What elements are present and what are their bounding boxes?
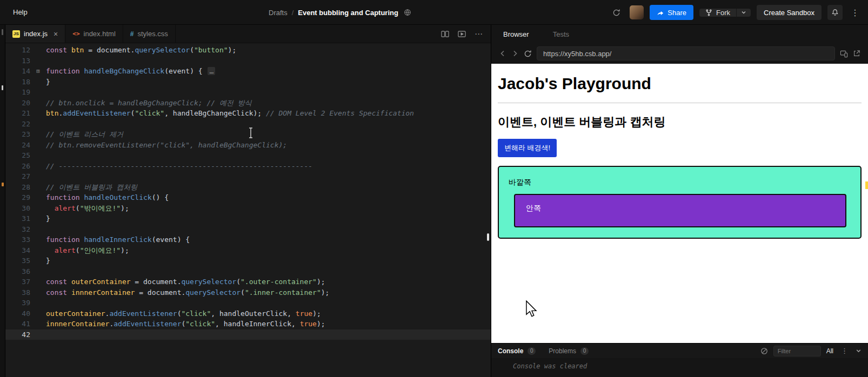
line-number[interactable]: 13 [5, 56, 30, 66]
forward-icon[interactable] [511, 50, 519, 57]
pane-resize-handle[interactable] [487, 233, 489, 241]
editor-more-icon[interactable]: ⋯ [475, 29, 483, 39]
close-tab-icon[interactable]: × [54, 30, 58, 38]
line-number[interactable]: 25 [5, 150, 30, 161]
clear-console-icon[interactable] [760, 347, 768, 355]
code-text[interactable]: function handleOuterClick() { [46, 192, 491, 203]
code-line[interactable]: 36 [5, 266, 491, 277]
code-text[interactable]: alert("안이에요!"); [46, 245, 491, 256]
code-line[interactable]: 38const innnerContainer = document.query… [5, 287, 491, 298]
outer-container[interactable]: 바깥쪽 안쪽 [498, 166, 862, 239]
line-number[interactable]: 27 [5, 171, 30, 182]
code-line[interactable]: 42 [5, 329, 491, 340]
code-line[interactable]: 41innnerContainer.addEventListener("clic… [5, 319, 491, 329]
line-number[interactable]: 33 [5, 234, 30, 245]
create-sandbox-button[interactable]: Create Sandbox [757, 5, 822, 20]
line-number[interactable]: 35 [5, 255, 30, 266]
code-text[interactable]: const outerContainer = document.querySel… [46, 277, 491, 287]
code-line[interactable]: 19 [5, 87, 491, 98]
code-line[interactable]: 13 [5, 56, 491, 66]
collapsed-sidebar-strip[interactable] [0, 25, 5, 377]
sync-icon[interactable] [609, 5, 624, 20]
code-text[interactable] [46, 224, 491, 235]
code-text[interactable]: // -------------------------------------… [46, 161, 491, 172]
code-line[interactable]: 29function handleOuterClick() { [5, 192, 491, 203]
code-line[interactable]: 31} [5, 213, 491, 224]
code-text[interactable]: // btn.onclick = handleBgChangeClick; //… [46, 98, 491, 109]
line-number[interactable]: 41 [5, 319, 30, 329]
line-number[interactable]: 37 [5, 277, 30, 287]
tab-index-html[interactable]: <> index.html [65, 25, 123, 43]
code-line[interactable]: 37const outerContainer = document.queryS… [5, 277, 491, 287]
line-number[interactable]: 18 [5, 77, 30, 87]
code-text[interactable] [46, 56, 491, 66]
line-number[interactable]: 23 [5, 129, 30, 140]
code-line[interactable]: 40outerContainer.addEventListener("click… [5, 308, 491, 319]
console-options-icon[interactable]: ⋮ [839, 347, 850, 355]
line-number[interactable]: 30 [5, 203, 30, 214]
code-area[interactable]: 12const btn = document.querySelector("bu… [5, 43, 491, 377]
code-line[interactable]: 21btn.addEventListener("click", handleBg… [5, 108, 491, 119]
code-text[interactable] [46, 171, 491, 182]
code-line[interactable]: 18} [5, 77, 491, 87]
fork-button[interactable]: Fork [699, 9, 736, 17]
code-text[interactable]: } [46, 213, 491, 224]
code-text[interactable]: } [46, 77, 491, 87]
line-number[interactable]: 20 [5, 98, 30, 109]
code-text[interactable] [46, 266, 491, 277]
change-bg-button[interactable]: 변해라 배경색! [498, 139, 557, 157]
notifications-button[interactable] [827, 5, 843, 20]
back-icon[interactable] [499, 50, 506, 57]
code-text[interactable] [46, 329, 491, 340]
fork-options-chevron[interactable] [736, 9, 751, 17]
line-number[interactable]: 21 [5, 108, 30, 119]
code-text[interactable]: // 이벤트 리스너 제거 [46, 129, 491, 140]
code-text[interactable]: function handleInnerClick(event) { [46, 234, 491, 245]
line-number[interactable]: 39 [5, 298, 30, 308]
line-number[interactable]: 40 [5, 308, 30, 319]
inner-container[interactable]: 안쪽 [514, 194, 846, 227]
code-line[interactable]: 33function handleInnerClick(event) { [5, 234, 491, 245]
split-view-icon[interactable] [441, 30, 449, 38]
line-number[interactable]: 26 [5, 161, 30, 172]
code-text[interactable]: // btn.removeEventListener("click", hand… [46, 140, 491, 151]
code-line[interactable]: 28// 이벤트 버블링과 캡처링 [5, 182, 491, 193]
code-text[interactable]: function handleBgChangeClick(event) { … [46, 66, 491, 77]
console-filter-input[interactable] [773, 346, 821, 356]
problems-tab[interactable]: Problems [549, 347, 576, 355]
line-number[interactable]: 42 [5, 329, 30, 340]
line-number[interactable]: 14 [5, 66, 30, 77]
url-input[interactable] [537, 46, 835, 60]
line-number[interactable]: 24 [5, 140, 30, 151]
code-text[interactable] [46, 298, 491, 308]
line-number[interactable]: 29 [5, 192, 30, 203]
code-line[interactable]: 24// btn.removeEventListener("click", ha… [5, 140, 491, 151]
line-number[interactable]: 31 [5, 213, 30, 224]
line-number[interactable]: 38 [5, 287, 30, 298]
code-text[interactable]: } [46, 255, 491, 266]
code-line[interactable]: 34 alert("안이에요!"); [5, 245, 491, 256]
open-external-icon[interactable] [853, 50, 860, 57]
sandbox-title[interactable]: Event bubbling and Capturing [298, 9, 398, 17]
code-line[interactable]: 25 [5, 150, 491, 161]
tab-tests[interactable]: Tests [553, 30, 569, 38]
tab-index-js[interactable]: JS index.js × [5, 25, 65, 43]
line-number[interactable]: 32 [5, 224, 30, 235]
code-text[interactable]: const innnerContainer = document.querySe… [46, 287, 491, 298]
breadcrumb-folder[interactable]: Drafts [269, 9, 288, 17]
code-text[interactable]: alert("밖이에요!"); [46, 203, 491, 214]
share-button[interactable]: Share [650, 5, 693, 20]
code-text[interactable] [46, 119, 491, 130]
line-number[interactable]: 19 [5, 87, 30, 98]
code-line[interactable]: 26// -----------------------------------… [5, 161, 491, 172]
code-text[interactable] [46, 87, 491, 98]
more-options-icon[interactable]: ⋮ [849, 8, 862, 18]
code-line[interactable]: 27 [5, 171, 491, 182]
code-line[interactable]: 30 alert("밖이에요!"); [5, 203, 491, 214]
code-text[interactable]: const btn = document.querySelector("butt… [46, 45, 491, 56]
tab-styles-css[interactable]: # styles.css [123, 25, 176, 43]
code-text[interactable]: innnerContainer.addEventListener("click"… [46, 319, 491, 329]
line-number[interactable]: 34 [5, 245, 30, 256]
collapse-console-icon[interactable] [856, 348, 862, 354]
line-number[interactable]: 36 [5, 266, 30, 277]
